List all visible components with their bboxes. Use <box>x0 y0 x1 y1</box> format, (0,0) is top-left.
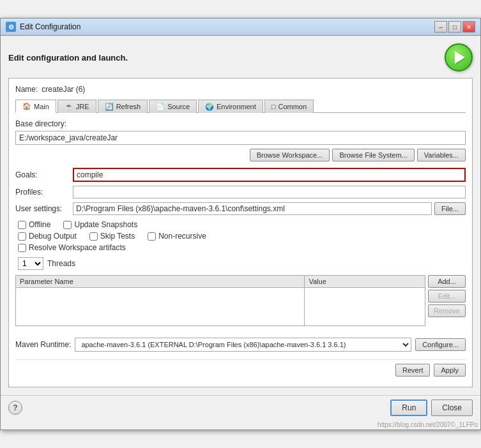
name-label: Name: <box>15 85 38 94</box>
tab-source[interactable]: 📄 Source <box>149 100 197 113</box>
footer-row: ? Run Close <box>1 395 480 420</box>
browse-buttons-row: Browse Workspace... Browse File System..… <box>15 149 466 161</box>
user-settings-row: User settings: File... <box>15 202 466 215</box>
tab-source-label: Source <box>167 103 190 110</box>
variables-button[interactable]: Variables... <box>417 149 466 161</box>
configure-button[interactable]: Configure... <box>415 338 466 351</box>
param-table-container: Parameter Name Value <box>15 275 425 331</box>
main-group: Name: createJar (6) 🏠 Main ☕ JRE 🔄 Refre… <box>8 78 473 387</box>
tab-common-label: Common <box>278 103 307 110</box>
close-footer-button[interactable]: Close <box>431 399 473 416</box>
window-title: Edit Configuration <box>20 22 80 31</box>
threads-select[interactable]: 1 2 4 8 <box>18 257 43 270</box>
file-button[interactable]: File... <box>434 202 466 215</box>
threads-label: Threads <box>47 259 75 268</box>
update-snapshots-label: Update Snapshots <box>74 220 137 229</box>
content-area: Edit configuration and launch. Name: cre… <box>1 36 480 395</box>
checkboxes-section: Offline Update Snapshots Debug Output Sk… <box>15 220 466 252</box>
name-row: Name: createJar (6) <box>15 85 466 94</box>
header-title: Edit configuration and launch. <box>8 53 128 63</box>
offline-checkbox[interactable] <box>18 221 26 229</box>
non-recursive-checkbox[interactable] <box>148 232 156 241</box>
source-tab-icon: 📄 <box>156 103 165 111</box>
offline-label: Offline <box>29 220 50 229</box>
resolve-workspace-label: Resolve Workspace artifacts <box>29 243 126 252</box>
tab-jre-label: JRE <box>76 103 89 110</box>
skip-tests-label: Skip Tests <box>100 232 135 241</box>
non-recursive-checkbox-item[interactable]: Non-recursive <box>148 232 206 241</box>
profiles-label: Profiles: <box>15 188 73 197</box>
skip-tests-checkbox[interactable] <box>89 232 98 241</box>
refresh-tab-icon: 🔄 <box>105 103 114 111</box>
update-snapshots-checkbox-item[interactable]: Update Snapshots <box>63 220 137 229</box>
watermark: https://blog.csdn.net/2007©_1LFPo <box>1 420 480 429</box>
browse-filesystem-button[interactable]: Browse File System... <box>332 149 414 161</box>
header-section: Edit configuration and launch. <box>8 43 473 71</box>
resolve-workspace-checkbox[interactable] <box>18 244 26 252</box>
user-settings-label: User settings: <box>15 204 73 213</box>
name-value: createJar (6) <box>42 85 85 94</box>
base-dir-label: Base directory: <box>15 119 466 128</box>
goals-row: Goals: <box>15 168 466 182</box>
param-table: Parameter Name Value <box>15 275 425 326</box>
tab-environment-label: Environment <box>217 103 256 110</box>
bottom-action-row: Revert Apply <box>15 359 466 380</box>
threads-row: 1 2 4 8 Threads <box>18 257 466 270</box>
base-dir-input[interactable] <box>15 131 466 145</box>
user-settings-field-group: File... <box>73 202 466 215</box>
checkbox-row-3: Resolve Workspace artifacts <box>18 243 466 252</box>
goals-input[interactable] <box>73 168 466 182</box>
edit-button[interactable]: Edit... <box>428 290 466 302</box>
param-name-cell <box>16 288 305 326</box>
profiles-input[interactable] <box>73 186 466 198</box>
tab-refresh[interactable]: 🔄 Refresh <box>98 100 148 113</box>
run-triangle-icon <box>455 51 465 64</box>
main-tab-icon: 🏠 <box>22 102 31 110</box>
title-buttons: – □ ✕ <box>434 21 475 33</box>
debug-output-label: Debug Output <box>29 232 77 241</box>
help-button[interactable]: ? <box>8 401 22 415</box>
apply-button[interactable]: Apply <box>434 364 466 377</box>
tabs-bar: 🏠 Main ☕ JRE 🔄 Refresh 📄 Source 🌍 <box>15 99 466 113</box>
runtime-row: Maven Runtime: apache-maven-3.6.1 (EXTER… <box>15 338 466 352</box>
add-button[interactable]: Add... <box>428 275 466 288</box>
user-settings-input[interactable] <box>73 202 432 215</box>
tab-main-label: Main <box>34 103 49 110</box>
table-row <box>16 288 425 326</box>
non-recursive-label: Non-recursive <box>158 232 206 241</box>
goals-label: Goals: <box>15 170 73 179</box>
window-icon: ⚙ <box>6 22 16 32</box>
param-table-section: Parameter Name Value Add... <box>15 275 466 331</box>
skip-tests-checkbox-item[interactable]: Skip Tests <box>89 232 135 241</box>
update-snapshots-checkbox[interactable] <box>63 221 72 229</box>
table-side-buttons: Add... Edit... Remove <box>428 275 466 331</box>
minimize-button[interactable]: – <box>434 21 447 33</box>
col-header-value: Value <box>305 276 425 288</box>
tab-environment[interactable]: 🌍 Environment <box>198 100 263 113</box>
common-tab-icon: □ <box>271 103 276 110</box>
run-footer-button[interactable]: Run <box>390 399 427 416</box>
tab-jre[interactable]: ☕ JRE <box>57 100 96 113</box>
title-bar-left: ⚙ Edit Configuration <box>6 22 80 32</box>
checkbox-row-1: Offline Update Snapshots <box>18 220 466 229</box>
profiles-row: Profiles: <box>15 186 466 198</box>
revert-button[interactable]: Revert <box>395 364 430 377</box>
tab-refresh-label: Refresh <box>116 103 141 110</box>
remove-button[interactable]: Remove <box>428 304 466 317</box>
run-button[interactable] <box>445 43 473 71</box>
offline-checkbox-item[interactable]: Offline <box>18 220 50 229</box>
resolve-workspace-checkbox-item[interactable]: Resolve Workspace artifacts <box>18 243 126 252</box>
title-bar: ⚙ Edit Configuration – □ ✕ <box>1 19 480 36</box>
jre-tab-icon: ☕ <box>65 103 73 111</box>
debug-output-checkbox-item[interactable]: Debug Output <box>18 232 77 241</box>
runtime-select[interactable]: apache-maven-3.6.1 (EXTERNAL D:\Program … <box>75 338 411 352</box>
browse-workspace-button[interactable]: Browse Workspace... <box>250 149 330 161</box>
runtime-label: Maven Runtime: <box>15 340 71 349</box>
close-button[interactable]: ✕ <box>462 21 475 33</box>
tab-common[interactable]: □ Common <box>264 100 314 113</box>
env-tab-icon: 🌍 <box>205 103 214 111</box>
footer-buttons: Run Close <box>390 399 473 416</box>
tab-main[interactable]: 🏠 Main <box>15 100 56 113</box>
debug-output-checkbox[interactable] <box>18 232 26 241</box>
maximize-button[interactable]: □ <box>448 21 461 33</box>
